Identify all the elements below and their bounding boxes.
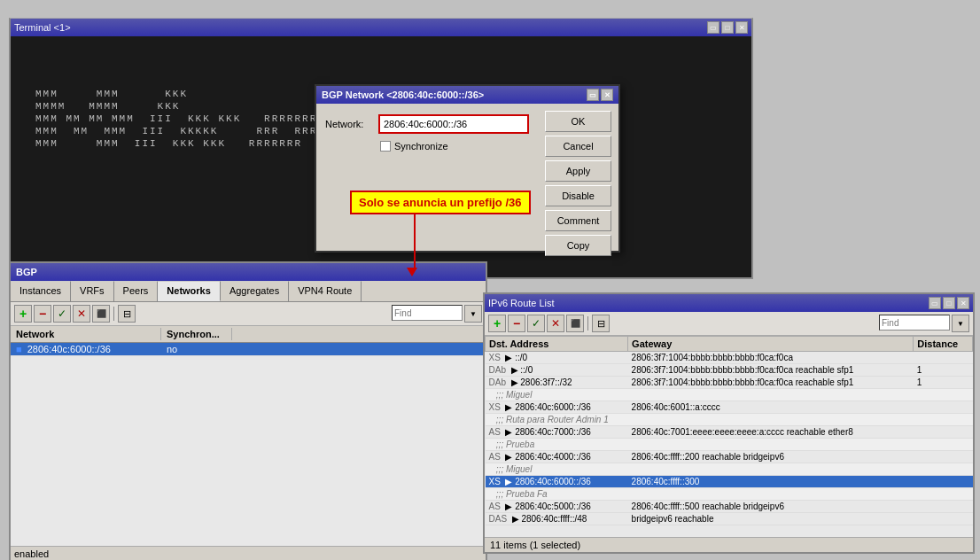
gw-cell: bridgeipv6 reachable [628,513,914,525]
tab-aggregates[interactable]: Aggregates [221,281,289,301]
dialog-buttons: OK Cancel Apply Disable Comment Copy [545,111,611,256]
dst-cell: DAb ▶ 2806:3f7::/32 [486,377,628,389]
expand-icon: ▶ [505,353,512,362]
ipv6-check-btn[interactable]: ✓ [527,315,545,332]
ipv6-minimize-btn[interactable]: ▭ [929,297,941,309]
tab-vpn4route[interactable]: VPN4 Route [289,281,362,301]
bgp-tabs: Instances VRFs Peers Networks Aggregates… [11,281,486,302]
gateway-header: Gateway [628,337,914,352]
terminal-close-btn[interactable]: ✕ [735,21,748,34]
dst-cell: XS ▶ 2806:40c:6000::/36 [486,401,628,414]
table-row[interactable]: XS ▶ 2806:40c:6000::/36 2806:40c:ffff::3… [486,476,973,488]
ipv6-maximize-btn[interactable]: □ [943,297,955,309]
tab-instances[interactable]: Instances [11,281,71,301]
dist-cell [914,401,973,414]
check-btn[interactable]: ✓ [53,305,71,323]
group-row: ;;; Ruta para Router Admin 1 [486,414,973,426]
group-row: ;;; Prueba [486,439,973,451]
apply-button[interactable]: Apply [545,160,611,182]
copy-btn[interactable]: ⬛ [92,305,110,323]
ipv6-filter-btn[interactable]: ⊟ [592,315,610,332]
filter-btn[interactable]: ⊟ [118,305,136,323]
bgp-status-bar: enabled [11,546,486,560]
dist-cell [914,513,973,525]
ipv6-header-row: Dst. Address Gateway Distance [486,337,973,352]
remove-btn[interactable]: − [34,305,51,323]
ipv6-find-input[interactable] [879,315,950,331]
ipv6-table-container[interactable]: Dst. Address Gateway Distance XS ▶ ::/0 … [485,336,973,536]
dialog-window-controls: ▭ ✕ [587,89,613,101]
ipv6-table-body: XS ▶ ::/0 2806:3f7:1004:bbbb:bbbb:bbbb:f… [486,352,973,525]
dst-header: Dst. Address [486,337,628,352]
ipv6-x-btn[interactable]: ✕ [547,315,564,332]
row-tag: DAS [489,514,508,524]
disable-button[interactable]: Disable [545,185,611,206]
table-row[interactable]: XS ▶ 2806:40c:6000::/36 2806:40c:6001::a… [486,401,973,414]
tab-vrfs[interactable]: VRFs [71,281,114,301]
row-tag: AS [489,452,501,462]
ipv6-close-btn[interactable]: ✕ [957,297,969,309]
dst-cell: XS ▶ 2806:40c:6000::/36 [486,476,628,488]
ipv6-toolbar-sep [587,316,588,331]
row-tag: AS [489,502,501,511]
find-dropdown-btn[interactable]: ▼ [464,305,482,323]
group-row: ;;; Miguel [486,389,973,401]
gw-cell: 2806:40c:7001:eeee:eeee:eeee:a:cccc reac… [628,426,914,439]
synchronize-checkbox[interactable] [380,141,391,152]
expand-icon: ▶ [505,502,512,511]
find-input[interactable] [392,305,463,321]
ipv6-copy-btn[interactable]: ⬛ [566,315,584,332]
bgp-table-body: ■ 2806:40c:6000::/36 no [11,343,486,356]
tab-peers[interactable]: Peers [114,281,159,301]
table-row[interactable]: AS ▶ 2806:40c:4000::/36 2806:40c:ffff::2… [486,451,973,463]
add-btn[interactable]: + [14,305,32,323]
items-count: 11 items (1 selected) [485,537,973,552]
ipv6-add-btn[interactable]: + [488,315,506,332]
sync-header: Synchron... [161,328,232,340]
cancel-button[interactable]: Cancel [545,136,611,157]
dst-cell: AS ▶ 2806:40c:7000::/36 [486,426,628,439]
gw-cell: 2806:40c:6001::a:cccc [628,401,914,414]
tab-networks[interactable]: Networks [158,281,221,301]
table-row[interactable]: AS ▶ 2806:40c:7000::/36 2806:40c:7001:ee… [486,426,973,439]
ipv6-panel-title: IPv6 Route List [488,298,555,308]
gw-cell: 2806:3f7:1004:bbbb:bbbb:bbbb:f0ca:f0ca r… [628,377,914,389]
expand-icon: ▶ [505,477,512,486]
table-row[interactable]: DAb ▶ ::/0 2806:3f7:1004:bbbb:bbbb:bbbb:… [486,364,973,377]
dst-cell: DAS ▶ 2806:40c:ffff::/48 [486,513,628,525]
dst-cell: DAb ▶ ::/0 [486,364,628,377]
bgp-title: BGP [16,267,37,277]
dst-cell: AS ▶ 2806:40c:5000::/36 [486,501,628,513]
dialog-close-btn[interactable]: ✕ [601,89,613,101]
dialog-minimize-btn[interactable]: ▭ [587,89,599,101]
dist-cell [914,476,973,488]
row-icon: ■ [16,344,22,354]
terminal-maximize-btn[interactable]: □ [721,21,734,34]
copy-button[interactable]: Copy [545,235,611,256]
row-tag: AS [489,427,501,437]
ipv6-table-head: Dst. Address Gateway Distance [486,337,973,352]
terminal-minimize-btn[interactable]: ▭ [707,21,719,34]
table-row[interactable]: ■ 2806:40c:6000::/36 no [11,343,486,356]
status-enabled: enabled [14,548,49,559]
expand-icon: ▶ [512,514,519,524]
x-btn[interactable]: ✕ [73,305,90,323]
ok-button[interactable]: OK [545,111,611,132]
network-header: Network [11,328,161,340]
dist-cell: 1 [914,377,973,389]
network-input[interactable] [378,114,529,134]
bgp-panel-title: BGP [11,263,486,281]
ipv6-window-controls: ▭ □ ✕ [929,297,969,309]
dist-cell [914,501,973,513]
table-row[interactable]: XS ▶ ::/0 2806:3f7:1004:bbbb:bbbb:bbbb:f… [486,352,973,364]
ipv6-remove-btn[interactable]: − [508,315,525,332]
table-row[interactable]: AS ▶ 2806:40c:5000::/36 2806:40c:ffff::5… [486,501,973,513]
terminal-title: Terminal <1> [14,22,71,33]
table-row[interactable]: DAS ▶ 2806:40c:ffff::/48 bridgeipv6 reac… [486,513,973,525]
network-cell: ■ 2806:40c:6000::/36 [11,343,161,355]
ipv6-find-dropdown[interactable]: ▼ [952,315,969,332]
table-row[interactable]: DAb ▶ 2806:3f7::/32 2806:3f7:1004:bbbb:b… [486,377,973,389]
toolbar-separator [113,307,114,321]
synchronize-label: Synchronize [394,141,448,152]
comment-button[interactable]: Comment [545,210,611,231]
